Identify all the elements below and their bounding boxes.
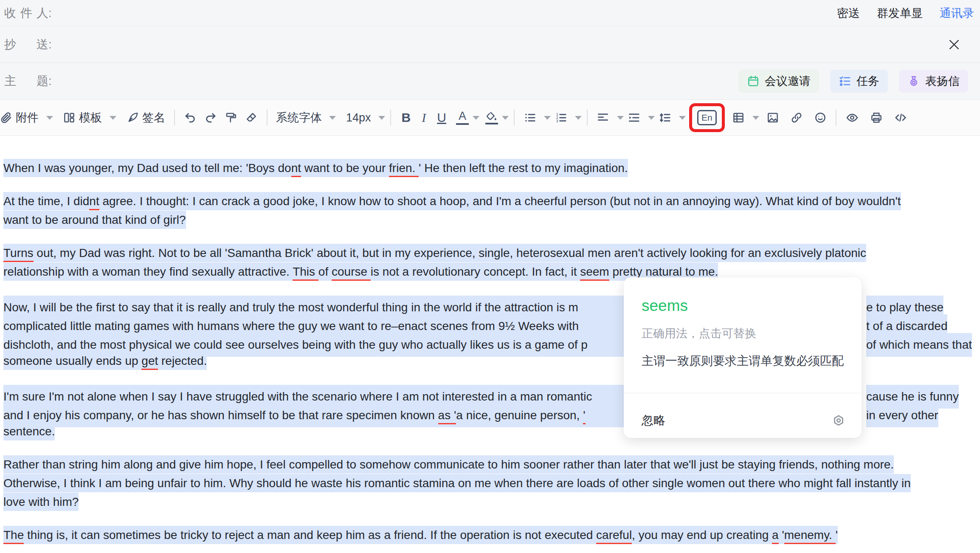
selected-text: sentence.: [3, 422, 55, 440]
paperclip-icon: [0, 111, 12, 124]
numbered-list-button[interactable]: 123: [551, 111, 571, 124]
clear-format-button[interactable]: [241, 111, 262, 124]
emoji-button[interactable]: [810, 111, 831, 124]
eye-icon: [845, 111, 859, 124]
to-input[interactable]: [52, 0, 837, 26]
text-segment: ' He then left the rest to my imaginatio…: [419, 161, 628, 175]
cc-label: 抄送:: [4, 37, 52, 53]
chevron-down-icon[interactable]: [575, 116, 582, 120]
font-family-select[interactable]: 系统字体: [273, 110, 325, 125]
chevron-down-icon[interactable]: [617, 116, 624, 120]
undo-button[interactable]: [180, 111, 200, 124]
chevron-down-icon[interactable]: [110, 116, 116, 120]
text-segment: pretty natural to me.: [609, 265, 718, 278]
cc-input[interactable]: [52, 26, 947, 62]
close-button[interactable]: [947, 37, 961, 52]
bold-button[interactable]: B: [396, 110, 417, 125]
spellcheck-error: Turns: [3, 246, 34, 262]
insert-image-button[interactable]: [763, 111, 783, 124]
font-color-button[interactable]: A: [456, 110, 469, 125]
attachment-label: 附件: [16, 110, 39, 125]
text-segment: agree. I thought: I can crack a good jok…: [99, 195, 901, 208]
redo-button[interactable]: [200, 111, 221, 124]
source-code-button[interactable]: [890, 111, 911, 124]
text-segment: , you may end up creating: [632, 528, 772, 542]
highlight-color-button[interactable]: [485, 111, 498, 124]
toolbar-divider: [836, 110, 836, 126]
signature-pen-icon: [126, 111, 139, 124]
spellcheck-error: course: [332, 265, 371, 281]
align-left-icon: [597, 111, 609, 124]
italic-button[interactable]: I: [416, 110, 431, 125]
font-size-select[interactable]: 14px: [343, 111, 375, 124]
meeting-invite-button[interactable]: 会议邀请: [738, 70, 819, 93]
bcc-link[interactable]: 密送: [837, 6, 860, 21]
text-segment: ': [836, 528, 838, 542]
chevron-down-icon[interactable]: [679, 116, 686, 120]
annotation-red-box: En: [689, 103, 725, 132]
text-segment: someone usually ends up: [3, 354, 141, 367]
text-line: At the time, I didnt agree. I thought: I…: [3, 192, 980, 211]
format-painter-button[interactable]: [221, 111, 241, 124]
font-color-a-glyph: A: [459, 110, 466, 122]
text-line: The thing is, it can sometimes be tricky…: [3, 526, 980, 545]
contacts-link[interactable]: 通讯录: [940, 6, 974, 21]
text-line: Rather than string him along and give hi…: [3, 455, 980, 474]
bullet-list-icon: [524, 111, 536, 124]
settings-nut-icon: [831, 413, 846, 428]
align-button[interactable]: [593, 111, 613, 124]
text-line: love with him?: [3, 493, 980, 511]
insert-link-button[interactable]: [786, 111, 807, 124]
eraser-icon: [245, 111, 258, 124]
underline-button[interactable]: U: [431, 110, 452, 125]
selected-text: Rather than string him along and give hi…: [3, 455, 894, 474]
print-button[interactable]: [866, 111, 887, 124]
spellcheck-error: careful: [596, 528, 632, 544]
task-button[interactable]: 任务: [830, 70, 888, 93]
checklist-icon: [839, 75, 851, 87]
chevron-down-icon[interactable]: [473, 116, 479, 120]
text-segment: Rather than string him along and give hi…: [3, 458, 894, 471]
chevron-down-icon[interactable]: [329, 116, 336, 120]
suggestion-replacement[interactable]: seems: [642, 297, 862, 315]
mass-send-link[interactable]: 群发单显: [877, 6, 923, 21]
attachment-button[interactable]: 附件: [0, 110, 42, 125]
bullet-list-button[interactable]: [520, 111, 540, 124]
text-segment: is not a revolutionary concept. In fact,…: [371, 265, 580, 278]
subject-input[interactable]: [52, 63, 738, 99]
chevron-down-icon[interactable]: [46, 116, 53, 120]
chevron-down-icon[interactable]: [648, 116, 655, 120]
template-button[interactable]: 模板: [59, 110, 106, 125]
selected-text: love with him?: [3, 493, 79, 511]
spellcheck-error: menemy.: [784, 528, 836, 544]
popup-divider: [624, 393, 862, 393]
ignore-button[interactable]: 忽略: [642, 412, 665, 429]
spellcheck-error: a: [772, 528, 779, 544]
signature-button[interactable]: 签名: [122, 110, 169, 125]
table-button[interactable]: [728, 111, 749, 124]
spellcheck-error: This: [293, 265, 318, 281]
chevron-down-icon[interactable]: [502, 116, 509, 120]
chevron-down-icon[interactable]: [378, 116, 385, 120]
chevron-down-icon[interactable]: [752, 116, 759, 120]
font-size-value: 14px: [346, 111, 371, 124]
chevron-down-icon[interactable]: [544, 116, 551, 120]
suggestion-settings-button[interactable]: [831, 413, 846, 428]
text-segment: When I was younger, my Dad used to tell …: [3, 161, 291, 175]
spellcheck-error: frien.: [389, 161, 419, 177]
spellcheck-error: nt: [291, 161, 301, 177]
toolbar-divider: [587, 110, 588, 126]
paragraph: Rather than string him along and give hi…: [3, 455, 980, 511]
indent-button[interactable]: [624, 111, 644, 124]
indent-icon: [628, 111, 640, 124]
text-segment: dishcloth, and the most: [3, 338, 129, 351]
signature-label: 签名: [142, 110, 165, 125]
praise-letter-button[interactable]: 表扬信: [899, 70, 968, 93]
calendar-icon: [747, 75, 760, 87]
preview-button[interactable]: [842, 111, 863, 124]
line-height-button[interactable]: [655, 111, 675, 124]
task-label: 任务: [856, 73, 879, 89]
english-check-button[interactable]: En: [697, 110, 717, 125]
paragraph: Turns out, my Dad was right. Not to be a…: [3, 244, 980, 281]
selected-text: Turns out, my Dad was right. Not to be a…: [3, 244, 866, 262]
